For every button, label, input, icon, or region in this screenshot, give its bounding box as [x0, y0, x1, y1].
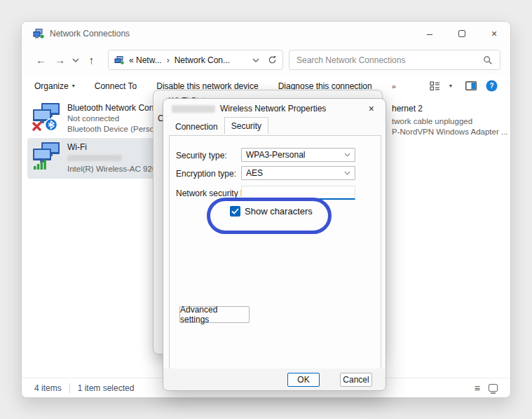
address-bar[interactable]: « Netw... › Network Con... [108, 50, 283, 70]
titlebar: Network Connections – × [22, 22, 510, 46]
item-title: Bluetooth Network Conne [67, 102, 163, 114]
layout-view-icon[interactable] [430, 81, 440, 91]
item-title: Wi-Fi [67, 142, 161, 153]
security-tab-page: Security type: WPA3-Personal Encryption … [169, 135, 381, 370]
breadcrumb-separator-icon: › [167, 55, 170, 65]
search-box[interactable] [289, 50, 500, 70]
connect-to-button[interactable]: Connect To [95, 81, 137, 91]
bluetooth-adapter-icon [32, 102, 61, 131]
preview-pane-icon[interactable] [465, 81, 477, 90]
breadcrumb-current[interactable]: Network Con... [175, 55, 230, 65]
dialog-footer: OK Cancel [163, 369, 386, 390]
advanced-settings-button[interactable]: Advanced settings [179, 306, 250, 323]
details-view-icon[interactable]: ≡ [475, 383, 480, 394]
dialog-title: Wireless Network Properties [220, 104, 326, 114]
history-chevron-icon[interactable] [69, 58, 82, 62]
chevron-down-icon [344, 153, 350, 157]
wifi-adapter-icon [32, 141, 61, 170]
window-title: Network Connections [50, 29, 130, 39]
show-characters-checkbox[interactable] [230, 206, 240, 217]
item-status: twork cable unplugged [392, 116, 508, 127]
forward-button[interactable]: → [50, 54, 69, 66]
redacted-network-name [172, 105, 215, 113]
svg-text:?: ? [489, 82, 493, 90]
items-count: 4 items [34, 383, 62, 393]
encryption-type-dropdown[interactable]: AES [241, 166, 355, 180]
item-title: hernet 2 [392, 103, 508, 114]
close-button[interactable]: × [478, 22, 510, 46]
organize-label: Organize [34, 81, 69, 91]
item-device: P-NordVPN Windows Adapter ... [392, 127, 508, 137]
ok-button[interactable]: OK [287, 373, 320, 387]
dialog-close-button[interactable]: × [369, 103, 377, 114]
organize-menu[interactable]: Organize ▾ [34, 81, 75, 91]
security-type-dropdown[interactable]: WPA3-Personal [241, 148, 355, 162]
minimize-button[interactable]: – [414, 22, 446, 46]
tab-connection[interactable]: Connection [169, 120, 224, 134]
help-icon[interactable]: ? [486, 80, 498, 92]
overflow-menu[interactable]: » [392, 82, 396, 90]
list-item-wifi[interactable]: Wi-Fi Intel(R) Wireless-AC 9260 [27, 138, 166, 179]
search-input[interactable] [296, 55, 483, 65]
network-key-input[interactable] [241, 186, 355, 200]
list-item-bluetooth[interactable]: Bluetooth Network Conne Not connected Bl… [32, 102, 163, 135]
address-dropdown-chevron-icon[interactable] [252, 58, 259, 62]
item-device: Bluetooth Device (Persona [67, 124, 163, 135]
security-type-label: Security type: [176, 151, 227, 160]
wireless-properties-dialog: Wireless Network Properties × Connection… [163, 98, 386, 391]
encryption-type-value: AES [246, 168, 263, 178]
caret-down-icon: ▾ [72, 83, 75, 89]
back-button[interactable]: ← [32, 54, 50, 66]
cancel-button[interactable]: Cancel [340, 373, 372, 387]
show-characters-label[interactable]: Show characters [245, 206, 313, 217]
refresh-icon[interactable] [268, 55, 277, 64]
item-device: Intel(R) Wireless-AC 9260 [67, 164, 161, 174]
search-icon [483, 55, 493, 65]
chevron-down-icon [344, 171, 350, 175]
maximize-button[interactable] [446, 22, 478, 46]
thumbnail-view-icon[interactable] [489, 384, 498, 392]
maximize-icon [458, 30, 465, 37]
breadcrumb-icon [114, 56, 124, 64]
dialog-titlebar: Wireless Network Properties × [163, 99, 386, 118]
item-status: Not connected [67, 114, 163, 124]
redacted-network-name [67, 155, 122, 161]
encryption-type-label: Encryption type: [176, 169, 236, 179]
show-characters-row: Show characters [230, 206, 313, 217]
tab-strip: Connection Security [163, 118, 386, 134]
view-caret-icon[interactable]: ▾ [449, 83, 452, 89]
navigation-bar: ← → ↑ « Netw... › Network Con... [22, 46, 510, 74]
security-type-value: WPA3-Personal [246, 150, 305, 160]
up-button[interactable]: ↑ [82, 54, 101, 66]
breadcrumb[interactable]: « Netw... [129, 55, 162, 65]
divider [69, 383, 70, 393]
list-item-ethernet-partial[interactable]: hernet 2 twork cable unplugged P-NordVPN… [392, 103, 508, 137]
selected-count: 1 item selected [78, 383, 135, 393]
tab-security[interactable]: Security [224, 117, 268, 134]
app-icon [33, 29, 44, 39]
